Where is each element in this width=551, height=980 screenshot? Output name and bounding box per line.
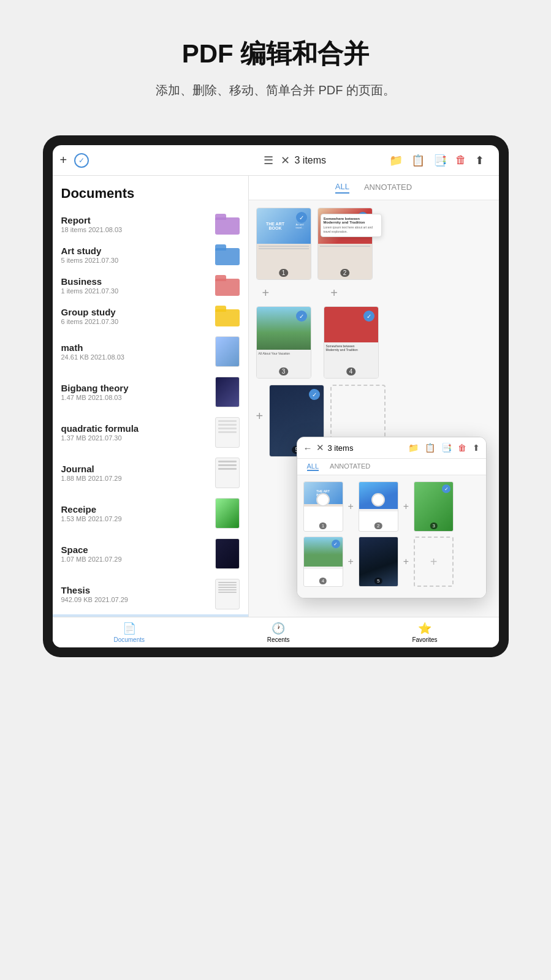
second-plus-3[interactable]: +	[348, 556, 354, 567]
pdf-page-4[interactable]: Somewhere betweenModernity and Tradition…	[324, 306, 379, 379]
plus-between-rows-2[interactable]: +	[330, 286, 338, 300]
second-dup-icon[interactable]: 📑	[441, 443, 452, 453]
sidebar-item-meta: 1.37 MB 2021.07.30	[61, 434, 215, 442]
second-tab-annotated[interactable]: ANNOTATED	[330, 462, 370, 471]
plus-between-rows[interactable]: +	[262, 286, 270, 300]
top-bar-left: + ✓	[60, 153, 256, 168]
second-page-3[interactable]: ✓ 3	[414, 481, 454, 532]
sidebar-item-art-study[interactable]: Art study 5 items 2021.07.30	[53, 239, 248, 270]
second-tab-all[interactable]: ALL	[307, 462, 319, 471]
sidebar-item-info: Space 1.07 MB 2021.07.29	[61, 545, 215, 563]
sidebar-item-math[interactable]: math 24.61 KB 2021.08.03	[53, 331, 248, 372]
page-number-1: 1	[279, 269, 289, 277]
sidebar-item-name: Receipe	[61, 504, 215, 514]
delete-icon[interactable]: 🗑	[455, 154, 466, 167]
sidebar-item-thesis[interactable]: Thesis 942.09 KB 2021.07.29	[53, 574, 248, 614]
pdf-row-1: THE ART BOOKArt and travel... ✓ 1	[256, 208, 492, 280]
sidebar-item-meta: 942.09 KB 2021.07.29	[61, 596, 215, 603]
pdf-row-2: All About Your Vacation ✓ 3 Somewhere be…	[256, 306, 492, 379]
sidebar-item-space[interactable]: Space 1.07 MB 2021.07.29	[53, 533, 248, 574]
nav-label-documents: Documents	[113, 636, 145, 643]
hero-subtitle: 添加、删除、移动、简单合并 PDF 的页面。	[156, 82, 395, 99]
second-close-icon[interactable]: ✕	[316, 442, 324, 453]
sidebar-item-meta: 1.88 MB 2021.07.29	[61, 475, 215, 482]
sidebar-item-info: math 24.61 KB 2021.08.03	[61, 342, 215, 361]
hero-section: PDF 编辑和合并 添加、删除、移动、简单合并 PDF 的页面。	[143, 0, 408, 123]
tablet-device: + ✓ ☰ ✕ 3 items 📁 📋 📑 🗑 ⬆ Documents	[43, 135, 509, 657]
tab-annotated[interactable]: ANNOTATED	[364, 183, 412, 193]
folder-move-icon[interactable]: 📁	[389, 154, 403, 167]
sidebar-item-meta: 5 items 2021.07.30	[61, 257, 215, 264]
second-page-1[interactable]: THE ARTBOOK 1	[303, 481, 343, 532]
page-number-2: 2	[340, 269, 350, 277]
pdf-page-2-wrapper: ✓ 2 Somewhere betweenModernity and Tradi…	[317, 208, 373, 280]
sidebar-item-name: Business	[61, 276, 215, 287]
sidebar-item-name: Journal	[61, 464, 215, 474]
second-folder-icon[interactable]: 📁	[408, 443, 419, 453]
thumbnail-journal	[215, 458, 240, 488]
nav-item-recents[interactable]: 🕐 Recents	[267, 622, 290, 643]
sidebar-item-name: math	[61, 342, 215, 353]
second-plus-1[interactable]: +	[348, 501, 354, 512]
check-icon[interactable]: ✓	[74, 153, 89, 168]
second-page-4[interactable]: ✓ 4	[303, 537, 343, 587]
sidebar-item-name: Art study	[61, 246, 215, 256]
documents-icon: 📄	[123, 622, 136, 635]
second-plus-4[interactable]: +	[403, 556, 409, 567]
second-share-icon[interactable]: ⬆	[473, 443, 480, 453]
pdf-page-3[interactable]: All About Your Vacation ✓ 3	[256, 306, 311, 379]
second-dashed-add[interactable]: +	[414, 537, 454, 587]
second-delete-icon[interactable]: 🗑	[458, 443, 466, 453]
second-page-circle-1	[316, 493, 330, 507]
duplicate-icon[interactable]: 📑	[433, 154, 447, 167]
sidebar-item-info: Journal 1.88 MB 2021.07.29	[61, 464, 215, 482]
sidebar-item-journal[interactable]: Journal 1.88 MB 2021.07.29	[53, 453, 248, 493]
nav-label-favorites: Favorites	[412, 636, 437, 643]
nav-item-documents[interactable]: 📄 Documents	[113, 622, 145, 643]
page-check-1: ✓	[296, 212, 307, 223]
favorites-icon: ⭐	[418, 622, 431, 635]
second-page-5[interactable]: 5	[359, 537, 398, 587]
close-icon[interactable]: ✕	[281, 154, 290, 167]
sidebar-item-group-study[interactable]: Group study 6 items 2021.07.30	[53, 301, 248, 331]
folder-icon-art-study	[215, 244, 240, 265]
hero-title: PDF 编辑和合并	[156, 37, 395, 71]
copy-icon[interactable]: 📋	[411, 154, 425, 167]
second-back-icon[interactable]: ←	[303, 443, 313, 453]
share-icon[interactable]: ⬆	[475, 154, 484, 167]
second-row-1: THE ARTBOOK 1 + 2	[303, 481, 480, 532]
plus-row-3[interactable]: +	[256, 409, 264, 423]
sidebar-item-report[interactable]: Report 18 items 2021.08.03	[53, 209, 248, 239]
sidebar-item-info: Report 18 items 2021.08.03	[61, 215, 215, 233]
items-count: 3 items	[295, 155, 384, 166]
thumbnail-thesis	[215, 579, 240, 609]
sidebar-item-name: Group study	[61, 307, 215, 317]
page-check-4: ✓	[363, 311, 374, 322]
pdf-page-1[interactable]: THE ART BOOKArt and travel... ✓ 1	[256, 208, 311, 280]
second-plus-2[interactable]: +	[403, 501, 409, 512]
top-bar: + ✓ ☰ ✕ 3 items 📁 📋 📑 🗑 ⬆	[53, 145, 499, 176]
sidebar-item-business[interactable]: Business 1 items 2021.07.30	[53, 270, 248, 301]
page-popup: Somewhere betweenModernity and Tradition…	[321, 214, 382, 237]
sidebar-item-name: Bigbang theory	[61, 383, 215, 393]
second-page-num-1: 1	[319, 522, 327, 529]
menu-icon[interactable]: ☰	[264, 154, 273, 167]
add-icon[interactable]: +	[60, 153, 67, 167]
sidebar-item-info: Group study 6 items 2021.07.30	[61, 307, 215, 325]
sidebar-item-info: Thesis 942.09 KB 2021.07.29	[61, 585, 215, 603]
thumbnail-quadratic	[215, 417, 240, 448]
second-tablet-tabs: ALL ANNOTATED	[297, 459, 486, 475]
tab-all[interactable]: ALL	[335, 182, 349, 194]
thumbnail-math	[215, 336, 240, 367]
tablet-screen: + ✓ ☰ ✕ 3 items 📁 📋 📑 🗑 ⬆ Documents	[53, 145, 499, 647]
main-content: Documents Report 18 items 2021.08.03 Art…	[53, 176, 499, 617]
sidebar-item-receipe[interactable]: Receipe 1.53 MB 2021.07.29	[53, 493, 248, 533]
sidebar-item-bigbang[interactable]: Bigbang theory 1.47 MB 2021.08.03	[53, 372, 248, 412]
second-copy-icon[interactable]: 📋	[425, 443, 435, 453]
page-check-3: ✓	[296, 311, 307, 322]
sidebar-item-quadratic[interactable]: quadratic formula 1.37 MB 2021.07.30	[53, 412, 248, 453]
sidebar-item-meta: 1 items 2021.07.30	[61, 287, 215, 295]
sidebar-item-meta: 18 items 2021.08.03	[61, 226, 215, 233]
second-page-2[interactable]: 2	[359, 481, 398, 532]
nav-item-favorites[interactable]: ⭐ Favorites	[412, 622, 437, 643]
